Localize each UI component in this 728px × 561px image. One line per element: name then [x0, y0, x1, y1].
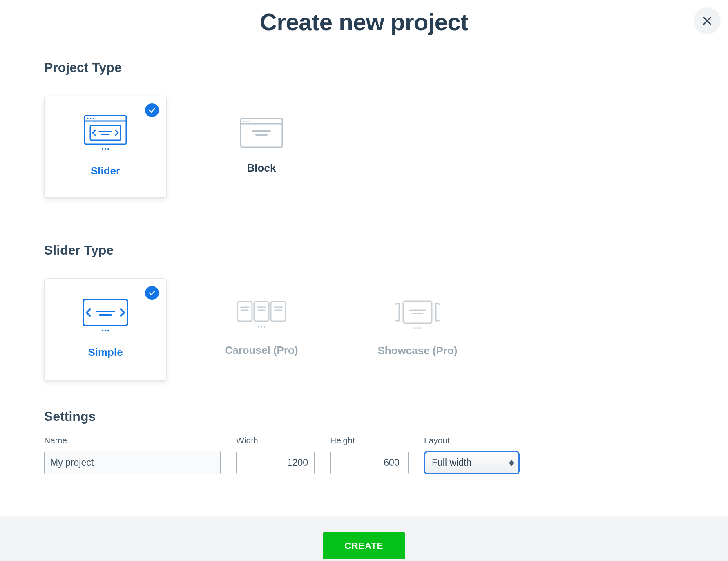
svg-rect-36 — [403, 301, 432, 323]
svg-point-9 — [105, 148, 106, 150]
svg-point-22 — [105, 329, 107, 331]
svg-point-10 — [107, 148, 109, 150]
svg-point-40 — [417, 327, 419, 329]
project-type-block[interactable]: Block — [200, 96, 323, 198]
width-label: Width — [236, 436, 315, 445]
slider-type-carousel[interactable]: Carousel (Pro) — [200, 278, 323, 380]
svg-point-35 — [264, 326, 266, 328]
svg-point-41 — [420, 327, 422, 329]
close-icon — [702, 16, 712, 26]
height-field: Height PX — [330, 436, 409, 474]
slider-type-simple[interactable]: Simple — [44, 278, 167, 380]
dialog-title: Create new project — [44, 8, 684, 36]
carousel-icon — [236, 300, 287, 333]
width-field: Width PX — [236, 436, 315, 474]
height-label: Height — [330, 436, 409, 445]
slider-type-options: Simple — [44, 278, 684, 380]
simple-slider-icon — [82, 298, 129, 335]
svg-point-8 — [102, 148, 103, 150]
svg-point-4 — [93, 117, 94, 119]
svg-point-21 — [102, 329, 104, 331]
showcase-icon — [393, 299, 442, 333]
svg-point-3 — [90, 117, 92, 119]
svg-point-23 — [107, 329, 109, 331]
svg-rect-11 — [241, 118, 282, 147]
svg-point-2 — [87, 117, 89, 119]
name-label: Name — [44, 436, 221, 445]
project-type-heading: Project Type — [44, 60, 684, 75]
svg-point-34 — [261, 326, 263, 328]
slider-type-simple-label: Simple — [88, 346, 123, 359]
project-type-slider[interactable]: Slider — [44, 96, 167, 198]
selected-check-icon — [145, 286, 159, 300]
selected-check-icon — [145, 103, 159, 117]
width-input[interactable] — [237, 451, 315, 474]
layout-select[interactable]: Full width — [424, 451, 520, 474]
svg-rect-18 — [83, 299, 127, 326]
slider-icon — [83, 114, 128, 153]
slider-type-carousel-label: Carousel (Pro) — [225, 344, 298, 357]
slider-type-showcase[interactable]: Showcase (Pro) — [356, 278, 479, 380]
block-icon — [239, 117, 284, 150]
layout-select-value: Full width — [432, 457, 471, 468]
layout-label: Layout — [424, 436, 520, 445]
slider-type-heading: Slider Type — [44, 243, 684, 258]
layout-field: Layout Full width — [424, 436, 520, 474]
svg-point-39 — [414, 327, 416, 329]
settings-row: Name Width PX Height PX Layout — [44, 436, 684, 474]
svg-point-33 — [258, 326, 260, 328]
dialog-footer: CREATE — [0, 516, 728, 561]
project-type-slider-label: Slider — [91, 165, 120, 177]
project-type-options: Slider Block — [44, 96, 684, 198]
svg-rect-5 — [90, 125, 121, 140]
svg-rect-24 — [237, 302, 252, 321]
name-input[interactable] — [44, 451, 221, 474]
settings-heading: Settings — [44, 409, 684, 424]
svg-point-14 — [246, 120, 248, 122]
close-button[interactable] — [694, 7, 721, 34]
select-arrows-icon — [509, 460, 514, 466]
name-field: Name — [44, 436, 221, 474]
svg-rect-26 — [271, 302, 286, 321]
height-input[interactable] — [331, 451, 409, 474]
create-project-dialog: Create new project Project Type — [0, 0, 728, 561]
svg-point-15 — [249, 120, 250, 122]
create-button[interactable]: CREATE — [323, 532, 406, 559]
slider-type-showcase-label: Showcase (Pro) — [377, 344, 457, 357]
project-type-block-label: Block — [247, 162, 276, 174]
svg-rect-25 — [254, 302, 269, 321]
svg-point-13 — [243, 120, 245, 122]
